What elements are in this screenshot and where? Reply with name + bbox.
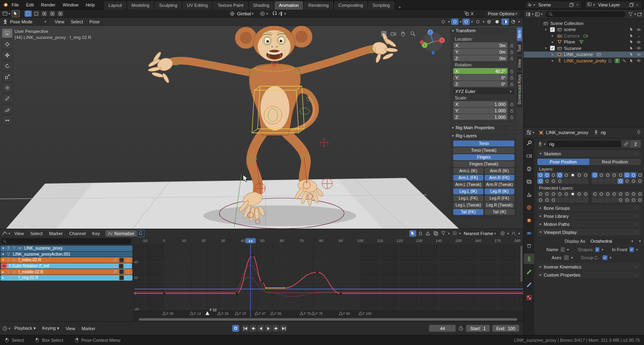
channel-color-eye[interactable] (1, 263, 7, 269)
close-icon[interactable]: × (634, 2, 640, 8)
xray-toggle[interactable] (474, 19, 481, 25)
timeline-menu-marker[interactable]: Marker (78, 326, 99, 331)
rig-layers-header[interactable]: ▾Rig Layers:::: (450, 132, 517, 139)
expand-toggle[interactable]: ▾ (0, 258, 6, 262)
close-icon[interactable]: × (574, 2, 580, 8)
play-reverse-button[interactable] (257, 325, 264, 332)
select-arrow-icon[interactable] (629, 27, 634, 32)
overlays-dropdown[interactable] (462, 19, 470, 25)
protected-layer-toggle[interactable] (544, 197, 550, 203)
lock-open-icon[interactable] (509, 109, 514, 113)
channel-f-index-02-r[interactable]: ▾f_index.02.R✓ (0, 257, 132, 263)
channel-enable-checkbox[interactable]: ✓ (119, 275, 124, 280)
timeline-menu-playback[interactable]: Playback ▾ (11, 326, 39, 331)
properties-tab-texture[interactable] (524, 292, 534, 303)
channel-x-euler-rotation-f-ind[interactable]: X Euler Rotation (f_ind✓ (1, 263, 132, 269)
layer-toggle[interactable] (637, 178, 643, 184)
layer-toggle[interactable] (598, 172, 604, 178)
id-name-field[interactable]: rig (547, 140, 621, 148)
proportional-edit-icon[interactable] (260, 11, 265, 17)
new-collection-icon[interactable] (637, 11, 642, 17)
tool-cursor[interactable] (2, 39, 13, 49)
viewport-menu-select[interactable]: Select (68, 19, 87, 24)
layer-toggle[interactable] (570, 172, 576, 178)
sidebar-tab-tool[interactable]: Tool (517, 42, 522, 55)
eye-icon[interactable] (636, 27, 642, 32)
graph-menu-marker[interactable]: Marker (46, 231, 66, 236)
layer-toggle[interactable] (630, 172, 636, 178)
sidebar-tab-item[interactable]: Item (517, 27, 522, 41)
outliner-row-suzanne[interactable]: ▾✓Suzanne (524, 45, 644, 52)
panel-custom-properties[interactable]: ▸Custom Properties:::: (537, 271, 641, 278)
filter-icon[interactable] (627, 11, 633, 17)
breadcrumb-object[interactable]: LINK_suzanne_proxy (546, 130, 588, 135)
properties-tab-view-layer[interactable] (524, 176, 534, 187)
pin-icon[interactable] (636, 130, 642, 135)
protected-layer-toggle[interactable] (570, 191, 576, 197)
channel-enable-checkbox[interactable]: ✓ (119, 264, 124, 269)
rig-layer-arm-r-fk-[interactable]: Arm.R (FK) (485, 175, 515, 181)
protected-layer-toggle[interactable] (550, 191, 556, 197)
tool-transform[interactable] (2, 83, 13, 93)
menu-window[interactable]: Window (59, 0, 82, 10)
layer-toggle[interactable] (598, 178, 604, 184)
outliner-row-scene[interactable]: ▾✓scene (524, 27, 644, 33)
use-preview-range-icon[interactable] (458, 326, 464, 331)
sidebar-tab-view[interactable]: View (517, 56, 522, 71)
layer-toggle[interactable] (544, 172, 550, 178)
eye-icon[interactable] (636, 58, 642, 64)
skeleton-panel-header[interactable]: ▾Skeleton:::: (537, 150, 641, 157)
pivot-point-icon[interactable] (451, 230, 458, 237)
collection-checkbox[interactable]: ✓ (550, 27, 555, 32)
shading-wireframe-button[interactable] (485, 19, 493, 25)
editor-type-icon[interactable] (2, 11, 8, 17)
graph-menu-channel[interactable]: Channel (66, 231, 89, 236)
layer-toggle[interactable] (605, 172, 611, 178)
protected-layer-toggle[interactable] (570, 197, 576, 203)
rotation-y-field[interactable]: Y:0° (453, 74, 508, 81)
animate-dot[interactable] (602, 249, 603, 250)
jump-to-end-button[interactable] (280, 325, 287, 332)
protected-layer-toggle[interactable] (605, 197, 611, 203)
workspace-tab-compositing[interactable]: Compositing (334, 1, 368, 10)
protected-layer-toggle[interactable] (592, 197, 598, 203)
protected-layer-toggle[interactable] (605, 191, 611, 197)
graph-plot-area[interactable]: -40-30-20-100102030405060708090100110120… (0, 238, 523, 322)
rig-layer-leg-r-fk-[interactable]: Leg.R (FK) (485, 195, 515, 201)
layer-toggle[interactable] (557, 178, 563, 184)
scale-z-field[interactable]: Z:1.000 (453, 114, 508, 120)
jump-to-start-button[interactable] (242, 325, 249, 332)
viewport-canvas[interactable]: X Y Z User Perspective (44) LINK_suzanne… (0, 26, 523, 229)
protected-layer-toggle[interactable] (637, 191, 643, 197)
lock-open-icon[interactable] (509, 115, 514, 119)
tool-scale[interactable] (2, 72, 13, 82)
rest-position-button[interactable]: Rest Position (589, 159, 641, 165)
editor-type-icon[interactable] (526, 130, 532, 135)
rig-layer-fingers[interactable]: Fingers (453, 154, 514, 160)
end-frame-field[interactable]: End: 100 (492, 325, 519, 332)
start-frame-field[interactable]: Start: 1 (466, 325, 490, 332)
layer-toggle[interactable] (617, 172, 623, 178)
channel-enable-checkbox[interactable]: ✓ (119, 258, 124, 262)
protected-layer-toggle[interactable] (582, 197, 588, 203)
timeline-menu-view[interactable]: View (62, 326, 78, 331)
gizmo-dropdown[interactable] (451, 19, 458, 25)
checkbox-group-c-[interactable]: ✓ (603, 255, 607, 260)
animate-dot[interactable] (639, 240, 641, 242)
rig-layer-arm-l-ik-[interactable]: Arm.L (IK) (453, 168, 483, 174)
warning-icon[interactable] (425, 230, 431, 237)
select-arrow-icon[interactable] (629, 39, 634, 45)
current-frame-field[interactable]: 44 (429, 325, 456, 332)
layer-toggle[interactable] (592, 178, 598, 184)
next-keyframe-button[interactable] (272, 325, 279, 332)
outliner-search-input[interactable] (545, 11, 625, 17)
lock-open-icon[interactable] (509, 56, 514, 60)
workspace-tab-sculpting[interactable]: Sculpting (155, 1, 182, 10)
expand-toggle[interactable]: ▸ (0, 276, 6, 279)
lock-open-icon[interactable] (509, 69, 514, 73)
protected-layer-toggle[interactable] (630, 197, 636, 203)
navigation-gizmo[interactable]: X Y Z (420, 29, 445, 54)
viewport-display-panel-header[interactable]: ▾Viewport Display:::: (537, 229, 641, 236)
shading-rendered-button[interactable] (510, 19, 517, 25)
workspace-tab-layout[interactable]: Layout (104, 1, 127, 10)
